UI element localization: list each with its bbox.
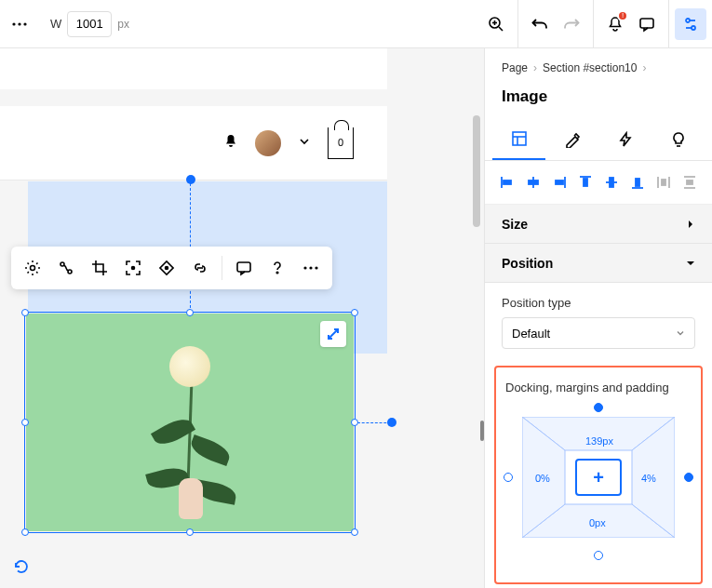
chevron-down-icon[interactable] bbox=[298, 135, 311, 152]
align-right-button[interactable] bbox=[550, 172, 569, 193]
position-type-label: Position type bbox=[502, 296, 695, 310]
inspector-panel: Page › Section #section10 › Image Size bbox=[484, 48, 712, 588]
distribute-v-button[interactable] bbox=[680, 172, 699, 193]
breadcrumb-page[interactable]: Page bbox=[502, 61, 528, 74]
resize-handle-bm[interactable] bbox=[186, 528, 194, 536]
position-type-select[interactable]: Default bbox=[502, 317, 695, 349]
width-unit: px bbox=[117, 18, 129, 31]
comments-button[interactable] bbox=[631, 8, 663, 40]
margin-bottom-value[interactable]: 0px bbox=[589, 517, 606, 528]
resize-handle-tm[interactable] bbox=[186, 309, 194, 316]
help-button[interactable] bbox=[262, 252, 293, 284]
inspector-toggle-button[interactable] bbox=[675, 8, 706, 40]
bell-icon[interactable] bbox=[223, 134, 238, 153]
resize-handle-br[interactable] bbox=[351, 528, 358, 536]
avatar[interactable] bbox=[255, 130, 281, 156]
chevron-right-icon bbox=[686, 217, 695, 232]
resize-handle-tr[interactable] bbox=[351, 309, 358, 316]
align-left-button[interactable] bbox=[498, 172, 517, 193]
svg-point-1 bbox=[18, 22, 20, 25]
svg-rect-24 bbox=[513, 132, 526, 145]
svg-point-14 bbox=[68, 270, 72, 274]
guide-vertical bbox=[190, 179, 191, 313]
svg-rect-35 bbox=[584, 179, 587, 186]
site-header: 0 bbox=[0, 106, 387, 180]
resize-handle-mr[interactable] bbox=[351, 419, 358, 426]
svg-rect-19 bbox=[237, 262, 250, 272]
canvas-top-strip bbox=[0, 48, 387, 89]
padding-add-button[interactable]: + bbox=[575, 459, 622, 496]
focus-button[interactable] bbox=[117, 252, 149, 284]
svg-rect-45 bbox=[687, 180, 692, 184]
dock-top-anchor[interactable] bbox=[594, 403, 603, 412]
panel-title: Image bbox=[485, 80, 712, 119]
svg-point-21 bbox=[303, 266, 306, 269]
notifications-button[interactable]: ! bbox=[599, 8, 631, 40]
settings-button[interactable] bbox=[17, 252, 48, 284]
link-button[interactable] bbox=[184, 252, 216, 284]
margin-left-value[interactable]: 0% bbox=[535, 473, 550, 484]
breadcrumb-section[interactable]: Section #section10 bbox=[543, 61, 637, 74]
position-type-field: Position type Default bbox=[485, 283, 712, 366]
tab-ideas[interactable] bbox=[652, 119, 705, 160]
svg-point-12 bbox=[31, 266, 35, 271]
svg-point-20 bbox=[276, 272, 278, 274]
panel-resize-handle[interactable] bbox=[480, 421, 484, 441]
redo-button[interactable] bbox=[556, 8, 587, 40]
resize-handle-bl[interactable] bbox=[21, 528, 29, 536]
margin-top-value[interactable]: 139px bbox=[585, 435, 613, 447]
top-toolbar: W px ! bbox=[0, 0, 712, 48]
dock-right-anchor[interactable] bbox=[684, 473, 693, 482]
breadcrumb: Page › Section #section10 › bbox=[485, 48, 712, 80]
svg-point-10 bbox=[686, 19, 690, 22]
floating-toolbar bbox=[11, 247, 332, 289]
scrollbar-thumb[interactable] bbox=[473, 115, 480, 227]
svg-point-11 bbox=[692, 26, 695, 30]
size-section-header[interactable]: Size bbox=[485, 205, 712, 244]
svg-point-13 bbox=[60, 262, 64, 266]
svg-rect-33 bbox=[556, 180, 563, 184]
undo-button[interactable] bbox=[524, 8, 556, 40]
link-pieces-button[interactable] bbox=[50, 252, 82, 284]
svg-rect-42 bbox=[662, 180, 665, 185]
crop-button[interactable] bbox=[84, 252, 115, 284]
svg-line-4 bbox=[499, 27, 503, 31]
guide-anchor-top[interactable] bbox=[186, 175, 195, 184]
notification-badge: ! bbox=[617, 10, 628, 21]
align-bottom-button[interactable] bbox=[628, 172, 647, 193]
svg-rect-29 bbox=[504, 180, 511, 184]
selection-outline bbox=[24, 312, 356, 533]
chevron-down-icon bbox=[686, 256, 695, 271]
svg-point-17 bbox=[166, 267, 168, 270]
distribute-h-button[interactable] bbox=[654, 172, 673, 193]
shopping-bag-icon[interactable]: 0 bbox=[328, 127, 354, 159]
bag-count: 0 bbox=[338, 137, 343, 148]
guide-horizontal bbox=[357, 422, 391, 423]
animation-button[interactable] bbox=[151, 252, 182, 284]
docking-panel-highlight: Docking, margins and padding + 139px 0px… bbox=[494, 366, 703, 584]
align-top-button[interactable] bbox=[576, 172, 595, 193]
position-section-header[interactable]: Position bbox=[485, 244, 712, 283]
resize-handle-ml[interactable] bbox=[21, 419, 29, 426]
align-center-h-button[interactable] bbox=[524, 172, 543, 193]
tab-interactions[interactable] bbox=[598, 119, 652, 160]
tab-layout[interactable] bbox=[492, 119, 545, 160]
dock-left-anchor[interactable] bbox=[504, 473, 513, 482]
comment-button[interactable] bbox=[228, 252, 260, 284]
dock-bottom-anchor[interactable] bbox=[594, 551, 603, 560]
resize-handle-tl[interactable] bbox=[21, 309, 29, 316]
canvas-area[interactable]: 0 bbox=[0, 48, 484, 588]
chevron-down-icon bbox=[676, 327, 685, 341]
margin-right-value[interactable]: 4% bbox=[641, 473, 656, 484]
inspector-tabs bbox=[485, 119, 712, 161]
more-actions-button[interactable] bbox=[295, 252, 327, 284]
tab-design[interactable] bbox=[545, 119, 598, 160]
more-menu-button[interactable] bbox=[4, 8, 35, 40]
docking-label: Docking, margins and padding bbox=[505, 381, 692, 394]
docking-widget: + 139px 0px 0% 4% bbox=[505, 408, 692, 566]
undo-floating-button[interactable] bbox=[6, 551, 37, 582]
zoom-in-button[interactable] bbox=[480, 8, 512, 40]
width-input[interactable] bbox=[67, 11, 112, 37]
align-center-v-button[interactable] bbox=[602, 172, 621, 193]
guide-anchor-right[interactable] bbox=[387, 418, 396, 427]
